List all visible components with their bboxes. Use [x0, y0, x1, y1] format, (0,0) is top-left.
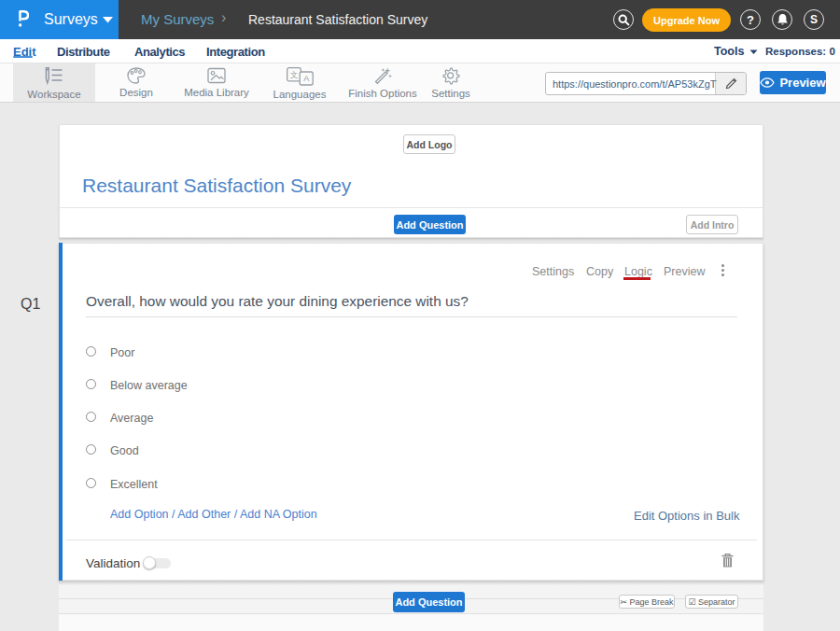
svg-text:A: A [303, 74, 309, 83]
svg-text:文: 文 [289, 70, 298, 79]
